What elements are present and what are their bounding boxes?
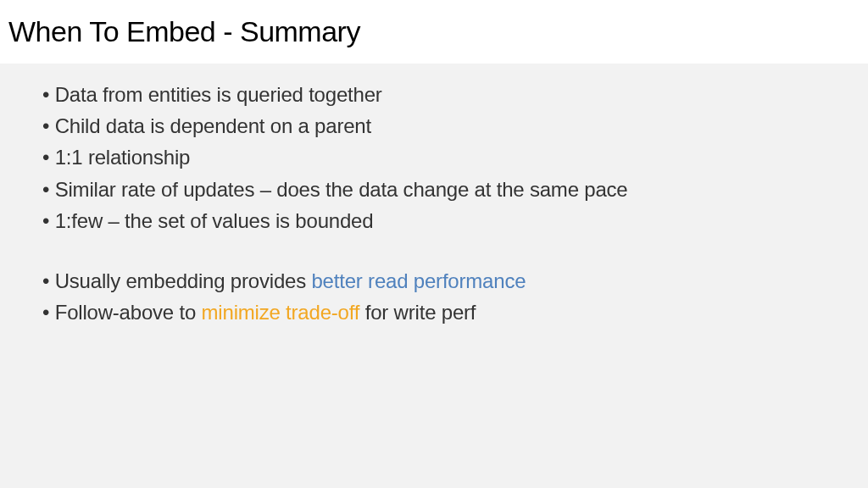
- bullet-item: Usually embedding provides better read p…: [42, 265, 826, 297]
- bullet-item: Follow-above to minimize trade-off for w…: [42, 297, 826, 328]
- bullet-item: 1:1 relationship: [42, 141, 826, 173]
- highlight-orange: minimize trade-off: [202, 301, 360, 324]
- slide-body: Data from entities is queried together C…: [0, 64, 868, 488]
- bullet-item: Child data is dependent on a parent: [42, 110, 826, 141]
- highlight-blue: better read performance: [311, 269, 526, 292]
- bullet-text: for write perf: [359, 301, 476, 324]
- slide-title: When To Embed - Summary: [8, 15, 860, 48]
- bullet-text: Usually embedding provides: [55, 269, 312, 292]
- title-bar: When To Embed - Summary: [0, 0, 868, 64]
- bullet-item: 1:few – the set of values is bounded: [42, 205, 826, 236]
- bullet-item: Similar rate of updates – does the data …: [42, 174, 826, 205]
- bullet-text: Follow-above to: [55, 301, 202, 324]
- spacer: [42, 236, 826, 265]
- bullet-item: Data from entities is queried together: [42, 79, 826, 110]
- slide: When To Embed - Summary Data from entiti…: [0, 0, 868, 488]
